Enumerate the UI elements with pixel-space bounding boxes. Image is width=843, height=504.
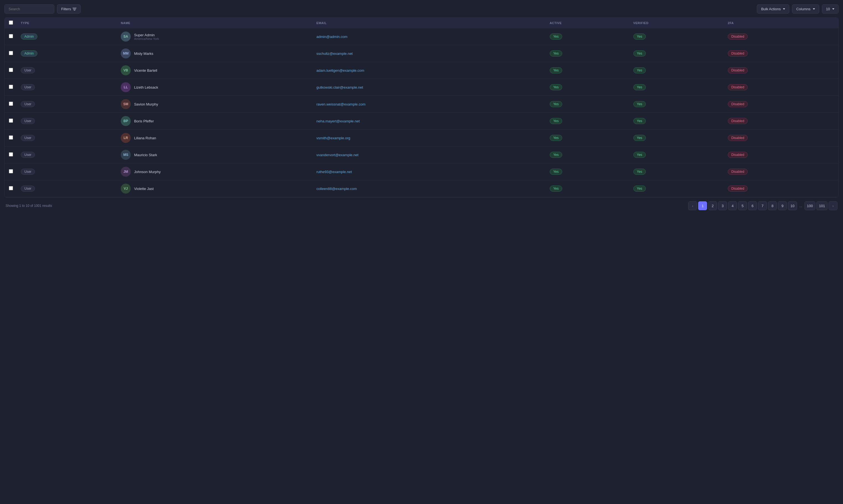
email-link[interactable]: vsmith@example.org [317, 136, 350, 140]
avatar: SA [121, 32, 131, 41]
verified-badge: Yes [633, 84, 646, 90]
row-checkbox[interactable] [9, 119, 13, 123]
avatar: SM [121, 99, 131, 109]
verified-badge: Yes [633, 101, 646, 107]
active-badge: Yes [550, 185, 562, 192]
select-all-checkbox[interactable] [9, 20, 13, 25]
email-link[interactable]: colleen88@example.com [317, 187, 357, 191]
row-2fa-cell: Disabled [724, 79, 838, 96]
email-link[interactable]: neha.mayert@example.net [317, 119, 360, 123]
page-3-button[interactable]: 3 [718, 201, 727, 210]
columns-label: Columns [796, 7, 810, 11]
search-input[interactable] [4, 4, 54, 14]
row-checkbox[interactable] [9, 68, 13, 72]
type-badge: User [21, 118, 35, 124]
page-6-button[interactable]: 6 [748, 201, 757, 210]
avatar: VJ [121, 184, 131, 194]
email-link[interactable]: vvandervort@example.net [317, 153, 359, 157]
page-1-button[interactable]: 1 [698, 201, 707, 210]
row-checkbox[interactable] [9, 136, 13, 140]
email-link[interactable]: admin@admin.com [317, 35, 347, 39]
row-name-cell: BP Boris Pfeffer [117, 113, 312, 130]
chevron-down-icon [832, 8, 835, 10]
avatar: LL [121, 82, 131, 92]
filters-button[interactable]: Filters [57, 4, 80, 14]
page-5-button[interactable]: 5 [738, 201, 747, 210]
row-active-cell: Yes [546, 62, 629, 79]
row-checkbox[interactable] [9, 152, 13, 157]
email-link[interactable]: raven.weissnat@example.com [317, 102, 365, 106]
row-verified-cell: Yes [629, 45, 724, 62]
page-10-button[interactable]: 10 [788, 201, 797, 210]
row-active-cell: Yes [546, 130, 629, 146]
row-verified-cell: Yes [629, 79, 724, 96]
row-checkbox[interactable] [9, 51, 13, 55]
email-link[interactable]: gutkowski.clair@example.net [317, 85, 363, 89]
table-header-row: TYPE NAME EMAIL ACTIVE VERIFIED 2FA [5, 18, 838, 28]
col-2fa: 2FA [724, 18, 838, 28]
table-row: User BP Boris Pfeffer neha.mayert@exampl… [5, 113, 838, 130]
row-checkbox-cell [5, 62, 17, 79]
email-link[interactable]: ruthe93@example.net [317, 170, 352, 174]
page-dots: ... [798, 204, 803, 208]
page-2-button[interactable]: 2 [708, 201, 717, 210]
row-type-cell: Admin [17, 45, 117, 62]
row-active-cell: Yes [546, 146, 629, 163]
verified-badge: Yes [633, 50, 646, 56]
row-type-cell: User [17, 62, 117, 79]
page-9-button[interactable]: 9 [778, 201, 787, 210]
row-checkbox[interactable] [9, 102, 13, 106]
row-2fa-cell: Disabled [724, 62, 838, 79]
filter-icon [73, 7, 76, 11]
row-checkbox[interactable] [9, 34, 13, 38]
twofa-badge: Disabled [728, 185, 748, 192]
row-checkbox[interactable] [9, 169, 13, 173]
page-4-button[interactable]: 4 [728, 201, 737, 210]
row-verified-cell: Yes [629, 62, 724, 79]
page-8-button[interactable]: 8 [768, 201, 777, 210]
columns-button[interactable]: Columns [792, 4, 819, 14]
row-verified-cell: Yes [629, 113, 724, 130]
user-name: Violette Jast [134, 187, 154, 191]
bulk-actions-button[interactable]: Bulk Actions [757, 4, 789, 14]
table-row: User MS Mauricio Stark vvandervort@examp… [5, 146, 838, 163]
verified-badge: Yes [633, 152, 646, 158]
email-link[interactable]: sschultz@example.net [317, 52, 353, 56]
user-name: Liliana Rohan [134, 136, 156, 140]
row-checkbox[interactable] [9, 85, 13, 89]
row-name-cell: VB Vicente Bartell [117, 62, 312, 79]
twofa-badge: Disabled [728, 50, 748, 56]
type-badge: User [21, 84, 35, 90]
row-verified-cell: Yes [629, 130, 724, 146]
filters-label: Filters [61, 7, 71, 11]
row-checkbox-cell [5, 45, 17, 62]
row-active-cell: Yes [546, 28, 629, 45]
next-page-button[interactable]: › [829, 201, 838, 210]
row-active-cell: Yes [546, 45, 629, 62]
row-email-cell: adam.luettgen@example.com [313, 62, 546, 79]
page-7-button[interactable]: 7 [758, 201, 767, 210]
page-100-button[interactable]: 100 [805, 201, 815, 210]
row-verified-cell: Yes [629, 180, 724, 197]
table-row: User JM Johnson Murphy ruthe93@example.n… [5, 163, 838, 180]
active-badge: Yes [550, 84, 562, 90]
prev-page-button[interactable]: ‹ [688, 201, 697, 210]
user-name: Misty Marks [134, 52, 153, 56]
row-verified-cell: Yes [629, 28, 724, 45]
row-active-cell: Yes [546, 113, 629, 130]
row-checkbox-cell [5, 146, 17, 163]
page-101-button[interactable]: 101 [817, 201, 827, 210]
col-active: ACTIVE [546, 18, 629, 28]
row-2fa-cell: Disabled [724, 180, 838, 197]
row-2fa-cell: Disabled [724, 96, 838, 113]
row-name-cell: MS Mauricio Stark [117, 146, 312, 163]
row-name-cell: VJ Violette Jast [117, 180, 312, 197]
row-verified-cell: Yes [629, 146, 724, 163]
row-email-cell: gutkowski.clair@example.net [313, 79, 546, 96]
active-badge: Yes [550, 135, 562, 141]
row-checkbox[interactable] [9, 186, 13, 190]
row-type-cell: User [17, 113, 117, 130]
per-page-button[interactable]: 10 [822, 4, 839, 14]
email-link[interactable]: adam.luettgen@example.com [317, 68, 364, 73]
row-type-cell: User [17, 163, 117, 180]
